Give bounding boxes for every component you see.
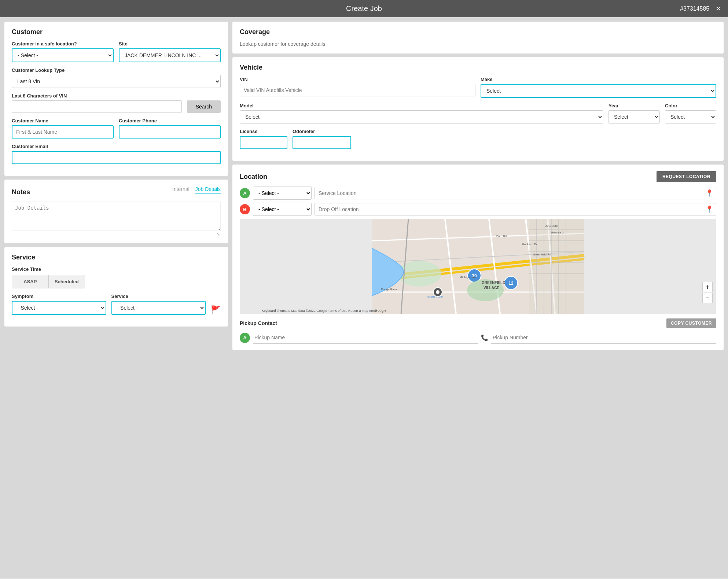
location-card: Location REQUEST LOCATION A - Select - 📍… [232,165,724,350]
symptom-select[interactable]: - Select - [12,301,106,315]
tab-job-details[interactable]: Job Details [195,186,221,194]
dropoff-location-input[interactable] [315,203,716,215]
site-label: Site [119,41,221,47]
make-label: Make [481,77,716,82]
copy-customer-button[interactable]: COPY CUSTOMER [666,318,716,328]
location-row-b: B - Select - 📍 [240,203,716,216]
tab-internal[interactable]: Internal [172,186,190,194]
svg-text:GREENFIELD: GREENFIELD [482,281,505,285]
notes-card: Notes Internal Job Details ⤡ [4,180,228,243]
symptom-label: Symptom [12,294,106,299]
vehicle-card: Vehicle VIN Make Select Model Sele [232,57,724,161]
job-id: #37314585 [680,5,709,12]
service-time-label: Service Time [12,266,221,272]
lookup-type-label: Customer Lookup Type [12,67,221,73]
pickup-contact-section: Pickup Contact COPY CUSTOMER A 📞 [240,318,716,344]
customer-email-input[interactable] [12,151,221,164]
safe-location-select[interactable]: - Select - Yes No [12,48,114,62]
color-select[interactable]: Select [665,110,716,123]
pickup-contact-title: Pickup Contact [240,320,277,326]
location-pin-b: 📍 [705,205,713,213]
customer-name-input[interactable] [12,125,114,139]
customer-email-label: Customer Email [12,144,221,149]
page-title: Create Job [346,4,382,13]
zoom-in-button[interactable]: + [702,282,713,292]
customer-card: Customer Customer in a safe location? - … [4,22,228,176]
location-select-b[interactable]: - Select - [253,203,312,216]
customer-name-label: Customer Name [12,118,114,123]
customer-phone-label: Customer Phone [119,118,221,123]
location-badge-a: A [240,188,250,198]
svg-text:VILLAGE: VILLAGE [484,286,500,290]
make-select[interactable]: Select [481,84,716,98]
svg-text:Hubbard Dr: Hubbard Dr [522,243,537,246]
coverage-text: Lookup customer for coverage details. [240,41,716,47]
vin-chars-label: Last 8 Characters of VIN [12,93,182,99]
zoom-out-button[interactable]: − [702,293,713,303]
customer-section-title: Customer [12,28,221,36]
vin-input[interactable] [240,84,475,96]
service-location-input[interactable] [315,187,716,199]
svg-text:12: 12 [508,281,514,286]
year-label: Year [608,103,660,108]
coverage-card: Coverage Lookup customer for coverage de… [232,22,724,54]
svg-text:Michigan Ave: Michigan Ave [460,276,477,279]
map-zoom-controls: + − [702,282,713,303]
odometer-input[interactable] [293,136,351,149]
svg-text:Ford Rd: Ford Rd [496,235,507,238]
vin-label: VIN [240,77,475,82]
model-select[interactable]: Select [240,110,603,123]
service-select[interactable]: - Select - [111,301,206,315]
phone-icon: 📞 [481,334,488,341]
notes-textarea[interactable] [12,202,221,231]
svg-point-38 [436,290,440,294]
model-label: Model [240,103,603,108]
pickup-row: A 📞 [240,332,716,344]
request-location-button[interactable]: REQUEST LOCATION [657,171,716,182]
year-select[interactable]: Select [608,110,660,123]
svg-text:Dearborn: Dearborn [544,224,558,228]
asap-button[interactable]: ASAP [12,275,49,288]
license-input[interactable] [240,136,287,149]
service-card: Service Service Time ASAP Scheduled Symp… [4,247,228,327]
vehicle-section-title: Vehicle [240,64,716,71]
customer-phone-input[interactable] [119,125,221,139]
site-select[interactable]: JACK DEMMER LINCOLN INC ... [119,48,221,62]
color-label: Color [665,103,716,108]
svg-text:Google: Google [375,309,387,313]
notes-tabs: Internal Job Details [172,186,221,194]
close-icon[interactable]: ✕ [716,5,721,12]
pickup-name-input[interactable] [253,332,478,344]
service-time-toggle: ASAP Scheduled [12,275,85,288]
location-select-a[interactable]: - Select - [253,187,312,200]
location-section-title: Location [240,173,267,181]
pickup-number-input[interactable] [491,332,716,344]
scheduled-button[interactable]: Scheduled [49,275,85,288]
location-pin-a: 📍 [705,189,713,197]
odometer-label: Odometer [293,129,351,134]
svg-text:Greenfield Rd: Greenfield Rd [533,253,551,256]
map-attribution: Keyboard shortcuts Map data ©2022 Google… [262,309,376,313]
coverage-section-title: Coverage [240,28,716,36]
resize-handle: ⤡ [12,232,221,237]
location-row-a: A - Select - 📍 [240,187,716,200]
location-input-wrap-a: 📍 [315,187,716,199]
map-container: 39 12 [240,219,716,314]
title-bar: Create Job #37314585 ✕ [0,0,728,17]
service-label: Service [111,294,206,299]
license-label: License [240,129,287,134]
svg-text:Rouge River: Rouge River [381,288,397,291]
location-input-wrap-b: 📍 [315,203,716,215]
notes-section-title: Notes [12,188,30,196]
job-id-area: #37314585 ✕ [680,5,721,12]
lookup-type-select[interactable]: Last 8 Vin Name Phone Email [12,75,221,88]
flag-icon[interactable]: 🚩 [211,298,221,315]
vin-chars-input[interactable] [12,100,182,113]
svg-text:Rotunda Dr: Rotunda Dr [551,231,565,234]
right-panel: Coverage Lookup customer for coverage de… [232,22,724,574]
service-section-title: Service [12,254,221,261]
search-button[interactable]: Search [187,100,221,113]
main-container: Customer Customer in a safe location? - … [0,17,728,578]
safe-location-label: Customer in a safe location? [12,41,114,47]
left-panel: Customer Customer in a safe location? - … [4,22,228,574]
